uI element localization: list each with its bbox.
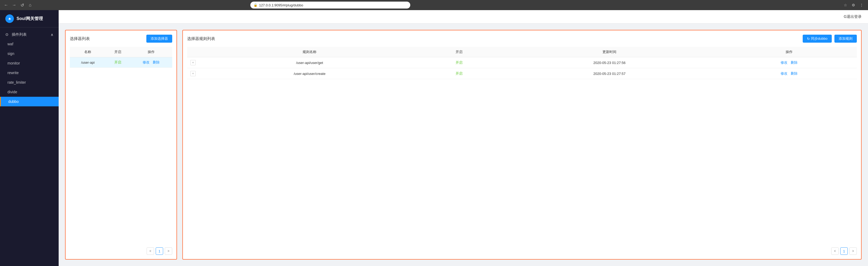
browser-chrome: ← → ↺ ⌂ 🔒 127.0.0.1:9095/#/plug/dubbo ☆ … <box>0 0 868 266</box>
rule-status-1: 开启 <box>421 68 498 79</box>
rule-update-time-1: 2020-05-23 01:27:57 <box>498 68 721 79</box>
col-header-rule-status: 开启 <box>421 47 498 57</box>
rule-name-0: /user-api/user/get <box>199 57 421 68</box>
rule-table-header-row: 规则名称 开启 更新时间 操作 <box>187 47 857 57</box>
rule-update-time-0: 2020-05-23 01:27:56 <box>498 57 721 68</box>
col-header-status: 开启 <box>106 47 130 57</box>
selector-pagination: < 1 > <box>70 244 172 255</box>
table-row[interactable]: + /user-api/user/get 开启 2020-05-23 01:27… <box>187 57 857 68</box>
browser-toolbar: ← → ↺ ⌂ 🔒 127.0.0.1:9095/#/plug/dubbo ☆ … <box>0 0 868 10</box>
rule-delete-button-1[interactable]: 删除 <box>791 71 798 75</box>
main-content: G退出登录 选择器列表 添加选择器 名称 开启 <box>59 10 868 266</box>
sidebar-header: ♣ Soul网关管理 <box>0 10 59 28</box>
sidebar-item-monitor[interactable]: monitor <box>0 58 59 68</box>
rule-panel-actions: ↻ 同步dubbo 添加规则 <box>803 35 857 43</box>
sidebar-section-plugins[interactable]: ⊙ 插件列表 ∧ <box>0 30 59 39</box>
selector-name: /user-api <box>70 57 106 68</box>
rule-edit-button-1[interactable]: 修改 <box>781 71 787 75</box>
selector-edit-button[interactable]: 修改 <box>143 60 150 64</box>
sidebar-item-waf[interactable]: waf <box>0 39 59 49</box>
rule-name-1: /user-api/user/create <box>199 68 421 79</box>
nav-forward-button[interactable]: → <box>11 2 17 8</box>
topbar: G退出登录 <box>59 10 868 24</box>
col-header-rule-action: 操作 <box>721 47 857 57</box>
sidebar: ♣ Soul网关管理 ⊙ 插件列表 ∧ waf sign monitor rew… <box>0 10 59 266</box>
col-header-action: 操作 <box>130 47 172 57</box>
sidebar-item-divide[interactable]: divide <box>0 87 59 97</box>
selector-table: 名称 开启 操作 /user-api 开启 修改 <box>70 47 172 68</box>
rule-current-page: 1 <box>840 247 848 255</box>
col-header-update-time: 更新时间 <box>498 47 721 57</box>
rule-table: 规则名称 开启 更新时间 操作 + /user-api/ <box>187 47 857 79</box>
col-header-name: 名称 <box>70 47 106 57</box>
menu-button[interactable]: ⋮ <box>859 2 865 8</box>
add-rule-button[interactable]: 添加规则 <box>834 35 857 43</box>
rule-edit-button-0[interactable]: 修改 <box>781 61 787 65</box>
selector-actions: 修改 删除 <box>130 57 172 68</box>
bookmark-button[interactable]: ☆ <box>842 2 849 8</box>
selector-panel-header: 选择器列表 添加选择器 <box>70 35 172 43</box>
rule-panel-title: 选择器规则列表 <box>187 36 215 41</box>
rule-status-0: 开启 <box>421 57 498 68</box>
selector-next-page-button[interactable]: > <box>165 247 172 255</box>
col-header-rule-name: 规则名称 <box>199 47 421 57</box>
table-row[interactable]: + /user-api/user/create 开启 2020-05-23 01… <box>187 68 857 79</box>
rule-actions-1: 修改 删除 <box>721 68 857 79</box>
extensions-button[interactable]: ⚙ <box>850 2 857 8</box>
nav-back-button[interactable]: ← <box>3 2 9 8</box>
sidebar-item-rate-limiter[interactable]: rate_limiter <box>0 77 59 87</box>
selector-table-header-row: 名称 开启 操作 <box>70 47 172 57</box>
sidebar-item-rewrite[interactable]: rewrite <box>0 68 59 77</box>
sidebar-section-icon: ⊙ 插件列表 <box>5 32 27 37</box>
app-logo: ♣ <box>5 14 14 23</box>
add-selector-button[interactable]: 添加选择器 <box>146 35 172 43</box>
selector-delete-button[interactable]: 删除 <box>153 60 160 64</box>
app-title: Soul网关管理 <box>17 16 43 22</box>
selector-list-panel: 选择器列表 添加选择器 名称 开启 操作 <box>65 30 177 260</box>
sidebar-section-label: 插件列表 <box>12 32 27 36</box>
selector-panel-title: 选择器列表 <box>70 36 90 41</box>
col-header-expand <box>187 47 199 57</box>
rule-actions-0: 修改 删除 <box>721 57 857 68</box>
rule-prev-page-button[interactable]: < <box>831 247 839 255</box>
lock-icon: 🔒 <box>253 3 257 7</box>
rule-expand-btn-1[interactable]: + <box>187 68 199 79</box>
sync-dubbo-button[interactable]: ↻ 同步dubbo <box>803 35 832 43</box>
nav-reload-button[interactable]: ↺ <box>19 2 25 8</box>
address-text: 127.0.0.1:9095/#/plug/dubbo <box>259 3 303 7</box>
collapse-icon: ∧ <box>51 33 53 37</box>
selector-current-page: 1 <box>156 247 163 255</box>
browser-action-buttons: ☆ ⚙ ⋮ <box>842 2 865 8</box>
sync-icon: ↻ <box>807 37 810 41</box>
sidebar-item-dubbo[interactable]: dubbo <box>0 97 59 106</box>
rule-list-panel: 选择器规则列表 ↻ 同步dubbo 添加规则 <box>182 30 862 260</box>
rule-delete-button-0[interactable]: 删除 <box>791 61 798 65</box>
page-content: 选择器列表 添加选择器 名称 开启 操作 <box>59 24 868 266</box>
nav-home-button[interactable]: ⌂ <box>27 2 33 8</box>
selector-prev-page-button[interactable]: < <box>147 247 154 255</box>
selector-status: 开启 <box>106 57 130 68</box>
rule-next-page-button[interactable]: > <box>849 247 857 255</box>
rule-panel-header: 选择器规则列表 ↻ 同步dubbo 添加规则 <box>187 35 857 43</box>
sidebar-menu: ⊙ 插件列表 ∧ waf sign monitor rewrite rate_l… <box>0 28 59 109</box>
sidebar-item-sign[interactable]: sign <box>0 49 59 58</box>
rule-expand-btn[interactable]: + <box>187 57 199 68</box>
logo-symbol: ♣ <box>8 16 11 21</box>
sync-label: 同步dubbo <box>811 36 828 41</box>
app-wrapper: ♣ Soul网关管理 ⊙ 插件列表 ∧ waf sign monitor rew… <box>0 10 868 266</box>
rule-pagination: < 1 > <box>187 244 857 255</box>
logout-button[interactable]: G退出登录 <box>844 14 862 19</box>
table-row[interactable]: /user-api 开启 修改 删除 <box>70 57 172 68</box>
address-bar[interactable]: 🔒 127.0.0.1:9095/#/plug/dubbo <box>250 2 410 8</box>
